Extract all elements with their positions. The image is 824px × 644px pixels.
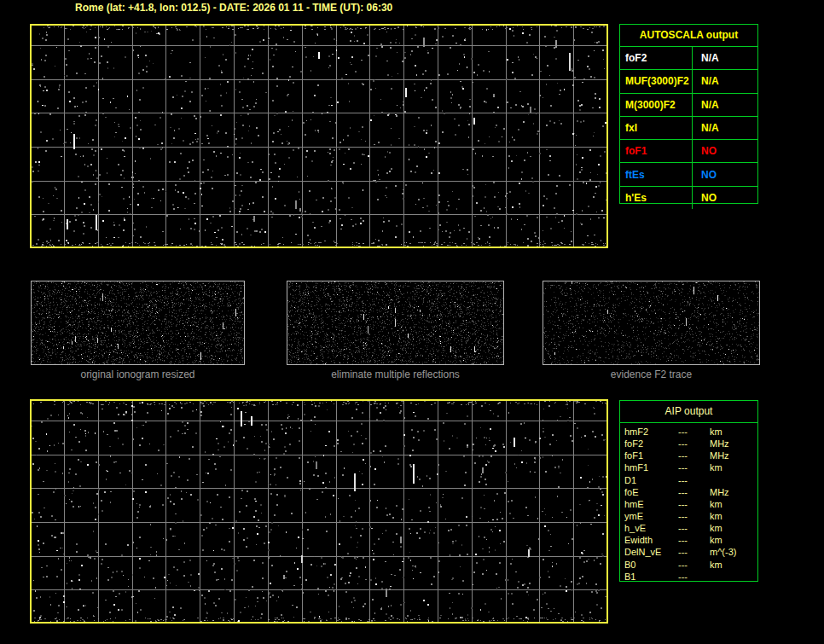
aip-row-label: hmF1 [620, 461, 678, 473]
autoscala-row-label: M(3000)F2 [620, 94, 693, 116]
ionogram-top-y-tick [2, 175, 27, 187]
station-date-title: Rome (lat: +41.8, lon: 012.5) - DATE: 20… [75, 2, 392, 14]
autoscala-row-value: N/A [693, 94, 719, 116]
aip-row-value: --- [678, 426, 710, 438]
panel-original-ionogram [31, 281, 245, 365]
ionogram-top-y-tick [2, 19, 27, 31]
aip-table-title: AIP output [620, 401, 757, 423]
ionogram-plot-top [30, 24, 608, 248]
aip-row-label: Ewidth [620, 534, 678, 546]
aip-row: h_vE---km [620, 522, 757, 534]
aip-row-unit: km [710, 510, 757, 522]
ionogram-top-y-tick [2, 141, 27, 153]
aip-row: foF1---MHz [620, 450, 757, 461]
aip-row-label: B1 [620, 571, 678, 583]
aip-row-value: --- [678, 534, 710, 546]
autoscala-row: foF1NO [620, 140, 757, 163]
aip-row: B0---km [620, 559, 757, 571]
ionogram-plot-bottom [30, 399, 608, 624]
aip-row: foE---MHz [620, 486, 757, 498]
autoscala-row-label: MUF(3000)F2 [620, 70, 693, 92]
aip-row-unit: km [710, 559, 757, 571]
aip-row-label: D1 [620, 474, 678, 486]
ionogram-bottom-y-tick [2, 583, 27, 595]
aip-row-label: foE [620, 486, 678, 498]
aip-row-label: ymE [620, 510, 678, 522]
aip-row: hmF2---km [620, 426, 757, 438]
autoscala-row: M(3000)F2N/A [620, 94, 757, 117]
ionogram-top-y-tick [2, 107, 27, 119]
aip-row-label: h_vE [620, 522, 678, 534]
aip-row: ymE---km [620, 510, 757, 522]
aip-row-value: --- [678, 486, 710, 498]
autoscala-row-label: foF1 [620, 140, 693, 162]
aip-row-value: --- [678, 474, 710, 486]
autoscala-row-value: NO [693, 163, 717, 185]
aip-row-unit: MHz [710, 450, 757, 461]
ionogram-bottom-y-tick [2, 415, 27, 426]
panel-canvas-evidence [543, 281, 759, 364]
caption-eliminate-reflections: eliminate multiple reflections [287, 368, 504, 380]
caption-evidence-f2: evidence F2 trace [543, 368, 760, 380]
aip-row-unit: MHz [710, 438, 757, 450]
autoscala-row-value: N/A [693, 117, 719, 139]
aip-row: hmF1---km [620, 461, 757, 473]
aip-row-label: hmE [620, 498, 678, 510]
aip-row-unit [710, 571, 757, 583]
aip-row-value: --- [678, 571, 710, 583]
ionogram-top-y-tick [2, 242, 27, 254]
aip-row-value: --- [678, 438, 710, 450]
ionogram-canvas-bottom [32, 401, 606, 622]
ionogram-top-y-tick [2, 208, 27, 220]
aip-row-unit: MHz [710, 486, 757, 498]
ionogram-bottom-y-tick [2, 618, 27, 629]
ionogram-bottom-y-tick [2, 516, 27, 528]
autoscala-row-label: fxI [620, 117, 693, 139]
panel-canvas-eliminate [287, 281, 503, 364]
autoscala-row-label: h'Es [620, 187, 693, 209]
aip-row-label: B0 [620, 559, 678, 571]
aip-row-unit: km [710, 522, 757, 534]
aip-row: DelN_vE---m^(-3) [620, 546, 757, 558]
aip-row-label: foF1 [620, 450, 678, 461]
aip-output-table: AIP output hmF2---kmfoF2---MHzfoF1---MHz… [619, 400, 758, 582]
aip-row-value: --- [678, 450, 710, 461]
autoscala-row: MUF(3000)F2N/A [620, 70, 757, 93]
aip-row-unit [710, 474, 757, 486]
aip-row-label: hmF2 [620, 426, 678, 438]
panel-canvas-original [32, 281, 244, 364]
aip-row-value: --- [678, 461, 710, 473]
panel-eliminate-reflections [287, 281, 504, 365]
panel-evidence-f2 [543, 281, 760, 365]
aip-row-value: --- [678, 498, 710, 510]
autoscala-row-label: ftEs [620, 163, 693, 185]
autoscala-row-value: NO [693, 140, 717, 162]
ionogram-canvas-top [32, 26, 606, 247]
autoscala-output-table: AUTOSCALA output foF2N/AMUF(3000)F2N/AM(… [619, 24, 758, 204]
ionogram-bottom-y-tick [2, 449, 27, 461]
ionogram-bottom-y-tick [2, 482, 27, 494]
autoscala-row-value: NO [693, 187, 717, 209]
aip-row: hmE---km [620, 498, 757, 510]
ionogram-bottom-y-tick [2, 394, 27, 406]
aip-row-unit: km [710, 426, 757, 438]
aip-row-unit: m^(-3) [710, 546, 757, 558]
autoscala-row: foF2N/A [620, 47, 757, 70]
autoscala-row: ftEsNO [620, 163, 757, 186]
aip-row-label: DelN_vE [620, 546, 678, 558]
ionogram-top-y-tick [2, 73, 27, 85]
autoscala-row-value: N/A [693, 47, 719, 69]
aip-row-unit: km [710, 461, 757, 473]
autoscala-row-label: foF2 [620, 47, 693, 69]
aip-row: B1--- [620, 571, 757, 583]
ionogram-bottom-y-tick [2, 550, 27, 562]
aip-row-value: --- [678, 510, 710, 522]
autoscala-row: h'EsNO [620, 187, 757, 209]
ionogram-top-y-tick [2, 39, 27, 51]
autoscala-table-title: AUTOSCALA output [620, 25, 757, 47]
aip-row-value: --- [678, 546, 710, 558]
aip-table-body: hmF2---kmfoF2---MHzfoF1---MHzhmF1---kmD1… [620, 423, 757, 583]
aip-row-value: --- [678, 522, 710, 534]
aip-row-unit: km [710, 534, 757, 546]
autoscala-row: fxIN/A [620, 117, 757, 140]
